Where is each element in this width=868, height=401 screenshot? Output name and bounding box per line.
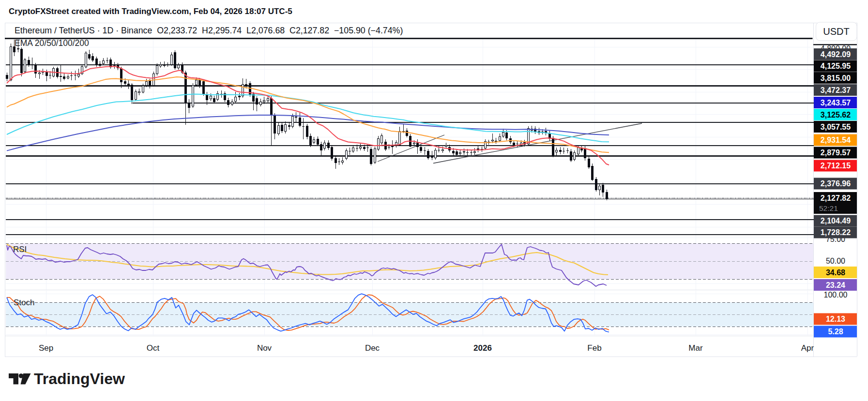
svg-text:4,125.95: 4,125.95 — [821, 62, 851, 70]
svg-text:3,057.55: 3,057.55 — [821, 123, 851, 131]
svg-text:100.00: 100.00 — [824, 291, 848, 299]
svg-text:2,104.49: 2,104.49 — [821, 217, 851, 225]
svg-text:3,472.37: 3,472.37 — [821, 86, 851, 94]
svg-text:Ethereum / TetherUS · 1D · Bin: Ethereum / TetherUS · 1D · Binance O2,23… — [15, 26, 403, 35]
svg-text:Oct: Oct — [147, 343, 160, 353]
svg-text:Mar: Mar — [688, 343, 703, 353]
svg-text:Dec: Dec — [365, 343, 380, 353]
svg-text:3,815.00: 3,815.00 — [821, 74, 851, 82]
svg-text:2026: 2026 — [473, 343, 492, 353]
svg-text:50.00: 50.00 — [826, 257, 845, 265]
svg-text:23.24: 23.24 — [826, 281, 845, 289]
svg-text:Sep: Sep — [39, 343, 53, 353]
svg-text:CryptoFXStreet created with Tr: CryptoFXStreet created with TradingView.… — [9, 7, 292, 16]
svg-text:2,712.15: 2,712.15 — [821, 162, 851, 170]
svg-text:4,492.09: 4,492.09 — [821, 50, 851, 59]
svg-text:Nov: Nov — [257, 343, 272, 353]
svg-text:2,376.96: 2,376.96 — [821, 179, 851, 188]
svg-text:3,243.57: 3,243.57 — [821, 99, 851, 107]
svg-text:2,879.57: 2,879.57 — [821, 149, 851, 157]
svg-text:34.68: 34.68 — [826, 268, 845, 277]
svg-text:12.13: 12.13 — [826, 315, 845, 323]
svg-text:3,125.62: 3,125.62 — [821, 111, 851, 119]
svg-text:1,728.22: 1,728.22 — [821, 228, 851, 237]
svg-text:USDT: USDT — [823, 26, 849, 37]
svg-text:5.28: 5.28 — [828, 327, 843, 336]
svg-text:Feb: Feb — [587, 343, 601, 353]
svg-text:2,127.82: 2,127.82 — [821, 194, 851, 202]
svg-text:52:21: 52:21 — [819, 204, 838, 212]
svg-text:Stoch: Stoch — [14, 298, 34, 307]
svg-text:RSI: RSI — [13, 245, 27, 254]
svg-text:Apr: Apr — [801, 343, 814, 353]
svg-text:2,931.54: 2,931.54 — [821, 136, 851, 144]
svg-text:TradingView: TradingView — [34, 370, 125, 387]
svg-text:EMA 20/50/100/200: EMA 20/50/100/200 — [15, 38, 89, 48]
